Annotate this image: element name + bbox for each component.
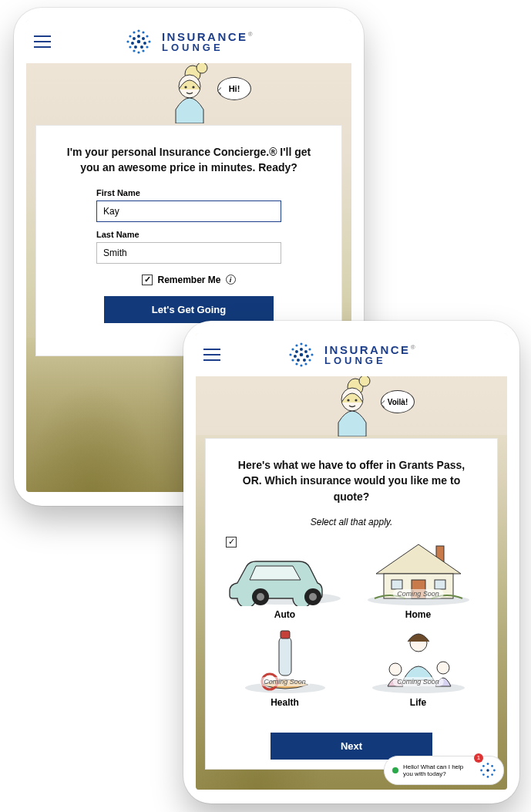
svg-point-33 [308, 359, 311, 361]
chat-badge: 1 [474, 753, 483, 763]
svg-point-5 [126, 40, 129, 42]
info-icon[interactable]: i [226, 275, 236, 285]
concierge-heading: I'm your personal Insurance Concierge.® … [66, 144, 312, 176]
svg-point-72 [491, 765, 493, 767]
picker-heading: Here's what we have to offer in Grants P… [228, 457, 475, 504]
svg-point-4 [146, 35, 148, 37]
top-bar: INSURANCE® LOUNGE [196, 333, 507, 376]
svg-point-41 [306, 355, 309, 358]
menu-icon[interactable] [34, 35, 51, 48]
option-home[interactable]: Coming Soon Home [355, 538, 482, 620]
option-label: Life [355, 697, 482, 708]
menu-icon[interactable] [203, 349, 220, 361]
svg-rect-64 [281, 631, 290, 638]
svg-point-24 [192, 86, 194, 88]
svg-point-12 [137, 35, 140, 38]
last-name-input[interactable] [96, 242, 281, 264]
svg-point-39 [304, 350, 308, 353]
svg-point-48 [347, 399, 349, 401]
brand-reg: ® [248, 31, 254, 38]
svg-point-54 [309, 593, 317, 601]
svg-marker-57 [376, 544, 461, 574]
svg-point-30 [289, 353, 291, 355]
svg-point-13 [133, 37, 136, 40]
svg-point-8 [146, 45, 148, 48]
concierge-avatar-icon [318, 376, 385, 436]
svg-point-0 [137, 29, 139, 32]
svg-point-38 [295, 350, 298, 353]
svg-rect-60 [392, 580, 402, 589]
svg-point-36 [300, 364, 302, 366]
svg-point-44 [300, 353, 304, 357]
svg-point-35 [304, 362, 307, 365]
svg-point-7 [129, 45, 131, 48]
svg-point-37 [300, 348, 303, 351]
svg-point-40 [294, 355, 297, 358]
svg-point-78 [486, 769, 489, 772]
auto-icon [221, 538, 348, 606]
last-name-label: Last Name [96, 230, 281, 239]
concierge-avatar-row: Voilà! [196, 376, 507, 438]
chat-status-icon [392, 767, 398, 773]
option-label: Home [355, 609, 482, 620]
speech-bubble: Hi! [217, 77, 251, 100]
first-name-label: First Name [96, 188, 281, 197]
option-auto-checkbox[interactable]: ✓ [226, 537, 237, 548]
brand-logo: INSURANCE® LOUNGE [123, 26, 254, 57]
brand-logo: INSURANCE® LOUNGE [286, 339, 417, 370]
chat-logo-icon [477, 760, 499, 781]
brand-mark-icon [123, 26, 154, 57]
tablet-insurance-picker: INSURANCE® LOUNGE Voilà! He [183, 321, 519, 804]
svg-point-23 [184, 86, 187, 88]
svg-point-26 [295, 344, 297, 346]
svg-point-77 [487, 776, 489, 778]
svg-point-75 [482, 773, 485, 776]
brand-mark-icon [286, 339, 317, 370]
svg-point-11 [137, 51, 139, 53]
svg-point-16 [143, 42, 146, 45]
remember-me-checkbox[interactable]: ✓ [142, 275, 153, 285]
coming-soon-badge: Coming Soon [259, 677, 311, 686]
svg-point-18 [140, 45, 143, 49]
concierge-avatar-icon [156, 63, 222, 123]
svg-point-46 [359, 376, 370, 386]
svg-rect-63 [279, 637, 291, 676]
svg-point-3 [129, 35, 131, 37]
svg-point-70 [487, 763, 489, 765]
svg-point-27 [304, 344, 307, 346]
svg-point-69 [437, 662, 449, 674]
speech-bubble: Voilà! [381, 390, 415, 413]
svg-point-28 [291, 348, 294, 350]
svg-point-19 [137, 40, 141, 44]
lets-get-going-button[interactable]: Let's Get Going [104, 296, 274, 323]
svg-point-73 [480, 770, 482, 772]
insurance-options-grid: ✓ Auto [221, 538, 482, 708]
svg-point-68 [389, 663, 402, 676]
svg-point-42 [297, 359, 300, 362]
picker-card: Here's what we have to offer in Grants P… [205, 438, 498, 770]
svg-point-2 [142, 31, 144, 33]
svg-point-31 [311, 353, 313, 355]
svg-point-17 [134, 45, 137, 49]
svg-point-71 [482, 765, 485, 767]
svg-point-6 [148, 40, 150, 42]
screen: INSURANCE® LOUNGE Voilà! He [196, 333, 507, 790]
chat-text: Hello! What can I help you with today? [403, 763, 472, 777]
concierge-avatar-row: Hi! [26, 63, 351, 125]
brand-line2: LOUNGE [162, 42, 254, 52]
brand-reg: ® [411, 344, 417, 351]
svg-point-29 [308, 348, 311, 350]
svg-point-74 [493, 770, 496, 772]
svg-point-32 [291, 359, 294, 361]
svg-point-15 [131, 42, 134, 45]
coming-soon-badge: Coming Soon [392, 677, 444, 686]
svg-point-25 [300, 342, 302, 345]
first-name-input[interactable] [96, 200, 281, 222]
picker-subnote: Select all that apply. [221, 517, 482, 527]
chat-widget[interactable]: Hello! What can I help you with today? 1 [384, 756, 504, 785]
option-label: Auto [221, 609, 348, 620]
option-auto[interactable]: ✓ Auto [221, 538, 348, 620]
option-life[interactable]: Coming Soon Life [355, 626, 482, 708]
option-health[interactable]: Coming Soon Health [221, 626, 348, 708]
brand-line2: LOUNGE [324, 355, 417, 366]
